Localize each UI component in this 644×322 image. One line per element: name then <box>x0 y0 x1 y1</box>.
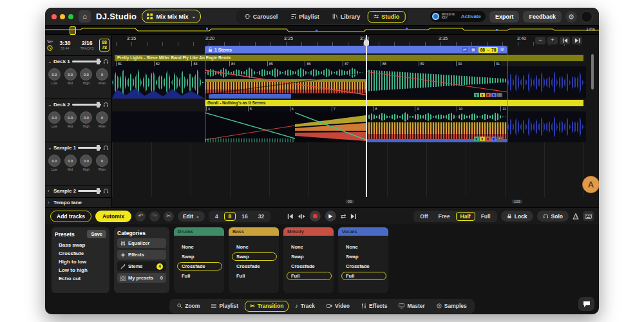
tab-carousel[interactable]: Carousel <box>239 11 284 23</box>
eq-knob[interactable]: 0.0Mid <box>64 68 77 85</box>
expand-chevron-icon[interactable]: › <box>48 188 52 194</box>
stems-swap-button[interactable]: ⇄ <box>462 47 468 52</box>
zoom-out-button[interactable]: − <box>535 37 545 44</box>
eq-knob[interactable]: 0.0High <box>80 111 92 128</box>
preset-item[interactable]: Bass swap <box>55 241 106 249</box>
melody-stem-icon[interactable]: ▮ <box>486 93 491 97</box>
skip-back-button[interactable] <box>560 37 570 44</box>
tab-playlist[interactable]: Playlist <box>285 11 325 23</box>
stem-option[interactable]: Crossfade <box>287 259 330 267</box>
assistant-avatar[interactable]: A <box>582 176 599 193</box>
tab-master[interactable]: Master <box>393 301 430 312</box>
vocals-stem-icon[interactable]: ▮ <box>491 137 497 141</box>
stem-option[interactable]: None <box>232 240 276 248</box>
tab-studio[interactable]: Studio <box>367 11 405 23</box>
split-scissors-button[interactable]: ✂ <box>164 211 174 222</box>
collapse-chevron-icon[interactable]: ⌄ <box>48 59 52 64</box>
stem-option[interactable]: Full <box>287 269 330 277</box>
stem-option[interactable]: Crossfade <box>177 259 221 267</box>
stem-option[interactable]: Swap <box>232 249 276 258</box>
tab-library[interactable]: Library <box>327 11 366 23</box>
collapse-chevron-icon[interactable]: ⌄ <box>48 145 52 151</box>
close-stems-icon[interactable]: ⊗ <box>500 47 504 52</box>
skip-forward-button[interactable] <box>572 37 582 44</box>
headphones-icon[interactable] <box>103 145 109 151</box>
minimap-viewport-handle[interactable] <box>70 26 76 35</box>
solo-button[interactable]: Solo <box>537 211 569 222</box>
skip-to-end-button[interactable] <box>350 213 357 220</box>
chat-support-button[interactable] <box>578 297 594 311</box>
record-button[interactable] <box>310 211 321 222</box>
stem-option[interactable]: Full <box>341 269 385 277</box>
drums-stem-icon[interactable]: ▮ <box>474 93 479 97</box>
bpm-transition-chip[interactable]: 88 → 78 <box>478 47 498 53</box>
bass-stem-icon[interactable]: ▮ <box>480 93 485 97</box>
export-button[interactable]: Export <box>489 11 520 23</box>
tempo-match-option[interactable]: Off <box>415 212 432 221</box>
stem-lock-icon[interactable]: • <box>497 93 502 97</box>
activate-link[interactable]: Activate <box>461 14 481 19</box>
tab-effects[interactable]: Effects <box>356 301 392 312</box>
lock-button[interactable]: Lock <box>501 211 533 222</box>
bar-length-option[interactable]: 8 <box>224 212 236 221</box>
preset-item[interactable]: High to low <box>55 258 106 266</box>
tempo-match-option[interactable]: Half <box>456 212 475 221</box>
save-preset-button[interactable]: Save <box>87 230 106 238</box>
tab-playlist[interactable]: Playlist <box>206 301 243 312</box>
stem-option[interactable]: None <box>341 240 385 248</box>
category-stems[interactable]: Stems 4 <box>117 261 166 271</box>
time-ruler[interactable]: 3:153:203:253:303:353:40 <box>112 35 586 46</box>
drums-stem-icon[interactable]: ▮ <box>474 137 479 141</box>
collapse-chevron-icon[interactable]: ⌄ <box>48 102 52 108</box>
user-avatar[interactable] <box>581 11 592 23</box>
category-equalizer[interactable]: Equalizer <box>117 238 166 248</box>
eq-knob[interactable]: 0.0Low <box>48 155 61 171</box>
eq-knob[interactable]: 0.0High <box>80 155 92 171</box>
eq-knob[interactable]: 0Filter <box>96 111 108 128</box>
eq-knob[interactable]: 0Filter <box>96 155 108 171</box>
eq-knob[interactable]: 0.0Low <box>48 68 61 85</box>
metronome-button[interactable] <box>573 213 579 220</box>
minimize-window-button[interactable] <box>60 14 65 19</box>
tab-transition[interactable]: ✂ Transition <box>245 301 289 312</box>
automix-button[interactable]: Automix <box>95 211 131 222</box>
stem-lock-icon[interactable]: • <box>497 137 502 141</box>
zoom-in-button[interactable]: + <box>547 37 558 44</box>
tab-zoom[interactable]: Zoom <box>172 301 205 312</box>
mixed-in-key-badge[interactable]: MIXED IN KEY Activate <box>430 11 486 22</box>
stem-option[interactable]: Swap <box>177 249 221 258</box>
stem-option[interactable]: Swap <box>287 249 330 258</box>
vocals-stem-icon[interactable]: ▮ <box>491 93 497 97</box>
eq-knob[interactable]: 0.0Low <box>48 111 61 128</box>
bar-length-option[interactable]: 4 <box>211 212 223 221</box>
stems-region-header[interactable]: 1 Stems ⇄ ▦ 88 → 78 ⊗ <box>205 46 507 53</box>
headphones-icon[interactable] <box>103 188 109 194</box>
vertical-scrollbar[interactable] <box>591 54 594 90</box>
stem-option[interactable]: None <box>287 240 330 248</box>
deck-volume-slider[interactable] <box>72 61 101 62</box>
preset-item[interactable]: Low to high <box>55 266 106 274</box>
headphones-icon[interactable] <box>103 59 109 64</box>
eq-knob[interactable]: 0.0Mid <box>64 111 77 128</box>
timeline[interactable]: 3:153:203:253:303:353:40 − + Pretty Ligh… <box>112 35 586 207</box>
headphones-icon[interactable] <box>103 102 109 108</box>
jump-to-playhead-button[interactable] <box>298 213 305 220</box>
home-icon[interactable]: ⌂ <box>79 10 91 23</box>
maximize-window-button[interactable] <box>68 14 73 19</box>
category-effects[interactable]: Effects <box>117 250 166 260</box>
add-tracks-button[interactable]: Add tracks <box>50 211 91 222</box>
preset-item[interactable]: Crossfade <box>55 249 106 258</box>
settings-gear-icon[interactable]: ⚙ <box>565 11 577 23</box>
stem-option[interactable]: Crossfade <box>341 259 385 267</box>
stems-transition-region[interactable]: 1 Stems ⇄ ▦ 88 → 78 ⊗ <box>205 46 507 142</box>
melody-stem-icon[interactable]: ▮ <box>486 137 491 141</box>
loop-button[interactable]: ⇄ <box>341 213 346 220</box>
playhead[interactable] <box>366 35 367 197</box>
expand-chevron-icon[interactable]: › <box>48 200 52 205</box>
eq-knob[interactable]: 0.0Mid <box>64 155 77 171</box>
bar-length-option[interactable]: 32 <box>254 212 269 221</box>
bass-stem-icon[interactable]: ▮ <box>480 137 485 141</box>
keyboard-shortcuts-button[interactable] <box>583 211 594 221</box>
stem-option[interactable]: None <box>177 240 221 248</box>
edit-dropdown[interactable]: Edit ⌄ <box>178 211 205 222</box>
